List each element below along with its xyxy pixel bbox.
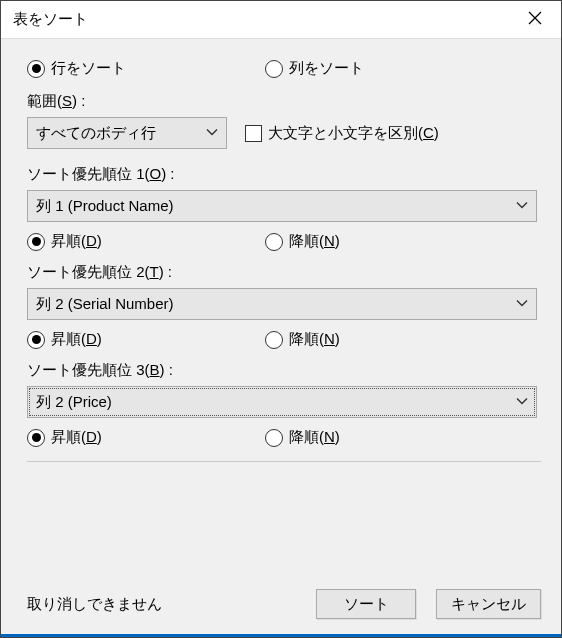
sort-rows-label: 行をソート	[51, 59, 126, 78]
priority-2-select[interactable]: 列 2 (Serial Number)	[27, 288, 537, 320]
priority-3-desc-radio[interactable]: 降順(N)	[265, 428, 340, 447]
radio-icon	[27, 429, 45, 447]
radio-icon	[27, 60, 45, 78]
priority-1-section: ソート優先順位 1(O) : 列 1 (Product Name) 昇順(D) …	[27, 165, 541, 251]
priority-2-desc-radio[interactable]: 降順(N)	[265, 330, 340, 349]
chevron-down-icon	[516, 394, 528, 411]
divider	[27, 461, 541, 462]
radio-icon	[27, 331, 45, 349]
range-value: すべてのボディ行	[36, 124, 156, 143]
priority-3-asc-radio[interactable]: 昇順(D)	[27, 428, 265, 447]
priority-1-label: ソート優先順位 1(O) :	[27, 165, 541, 184]
range-select[interactable]: すべてのボディ行	[27, 117, 227, 149]
sort-target-row: 行をソート 列をソート	[27, 59, 541, 78]
priority-3-order-row: 昇順(D) 降順(N)	[27, 428, 541, 447]
sort-cols-label: 列をソート	[289, 59, 364, 78]
chevron-down-icon	[206, 125, 218, 142]
priority-1-value: 列 1 (Product Name)	[36, 197, 174, 216]
range-label: 範囲(S) :	[27, 92, 541, 111]
bottom-accent	[1, 634, 561, 637]
chevron-down-icon	[516, 198, 528, 215]
range-row: すべてのボディ行 大文字と小文字を区別(C)	[27, 117, 541, 149]
close-button[interactable]	[515, 4, 555, 36]
priority-2-label: ソート優先順位 2(T) :	[27, 263, 541, 282]
radio-icon	[265, 233, 283, 251]
priority-3-value: 列 2 (Price)	[36, 393, 112, 412]
case-sensitive-checkbox[interactable]: 大文字と小文字を区別(C)	[245, 124, 439, 143]
titlebar: 表をソート	[1, 1, 561, 39]
priority-3-label: ソート優先順位 3(B) :	[27, 361, 541, 380]
radio-icon	[265, 429, 283, 447]
priority-2-value: 列 2 (Serial Number)	[36, 295, 174, 314]
checkbox-icon	[245, 125, 262, 142]
chevron-down-icon	[516, 296, 528, 313]
priority-2-section: ソート優先順位 2(T) : 列 2 (Serial Number) 昇順(D)…	[27, 263, 541, 349]
priority-3-section: ソート優先順位 3(B) : 列 2 (Price) 昇順(D) 降順(N)	[27, 361, 541, 447]
radio-icon	[265, 331, 283, 349]
priority-1-select[interactable]: 列 1 (Product Name)	[27, 190, 537, 222]
sort-button[interactable]: ソート	[316, 589, 416, 619]
sort-cols-radio[interactable]: 列をソート	[265, 59, 364, 78]
footer-message: 取り消しできません	[27, 595, 296, 614]
cancel-button[interactable]: キャンセル	[436, 589, 541, 619]
radio-icon	[27, 233, 45, 251]
footer: 取り消しできません ソート キャンセル	[1, 574, 561, 634]
radio-icon	[265, 60, 283, 78]
priority-3-select[interactable]: 列 2 (Price)	[27, 386, 537, 418]
close-icon	[528, 11, 542, 28]
dialog-window: 表をソート 行をソート 列をソート 範囲(S) : すべてのボディ行	[0, 0, 562, 638]
priority-2-asc-radio[interactable]: 昇順(D)	[27, 330, 265, 349]
case-sensitive-label: 大文字と小文字を区別(C)	[268, 124, 439, 143]
content-area: 行をソート 列をソート 範囲(S) : すべてのボディ行 大文字と小文字を区別(…	[1, 39, 561, 574]
priority-1-desc-radio[interactable]: 降順(N)	[265, 232, 340, 251]
dialog-title: 表をソート	[13, 10, 88, 29]
priority-1-order-row: 昇順(D) 降順(N)	[27, 232, 541, 251]
priority-2-order-row: 昇順(D) 降順(N)	[27, 330, 541, 349]
priority-1-asc-radio[interactable]: 昇順(D)	[27, 232, 265, 251]
sort-rows-radio[interactable]: 行をソート	[27, 59, 265, 78]
